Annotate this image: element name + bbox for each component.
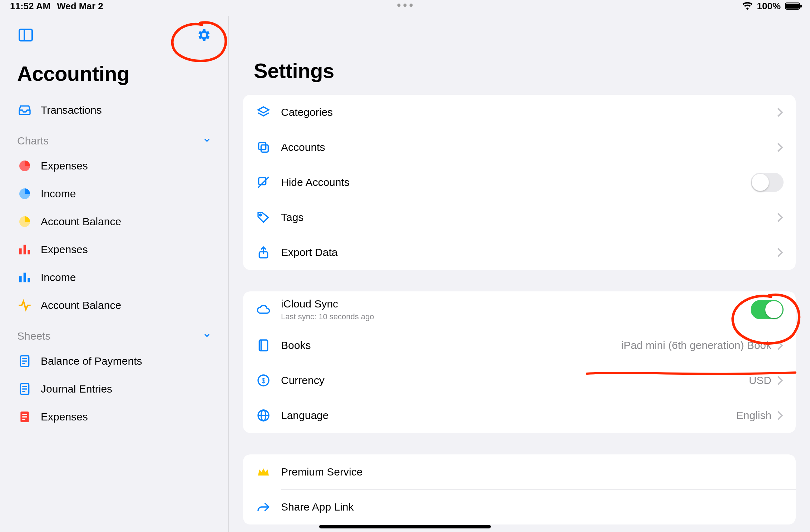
sidebar-item-label: Balance of Payments (41, 355, 142, 367)
settings-row-hide-accounts[interactable]: Hide Accounts (243, 165, 796, 200)
battery-icon (785, 3, 800, 10)
sidebar-item-bar-expenses[interactable]: Expenses (0, 236, 228, 263)
sidebar-title: Accounting (0, 47, 228, 96)
row-label: Export Data (281, 246, 776, 258)
settings-row-categories[interactable]: Categories (243, 95, 796, 130)
document-icon (17, 381, 32, 396)
chevron-right-icon (776, 107, 796, 117)
svg-point-28 (260, 214, 261, 216)
sidebar-item-label: Transactions (41, 104, 102, 116)
book-icon (255, 337, 272, 354)
svg-rect-7 (28, 250, 30, 255)
copy-icon (255, 139, 272, 156)
chevron-right-icon (776, 375, 796, 385)
main-pane: Settings Categories Accounts Hide Accoun… (229, 16, 810, 532)
multitasking-dots[interactable] (397, 4, 413, 7)
sidebar-toggle-icon[interactable] (17, 26, 34, 45)
svg-rect-6 (24, 245, 26, 255)
sidebar-item-label: Account Balance (41, 299, 121, 311)
bar-chart-icon (17, 270, 32, 285)
sidebar-item-sheet-expenses[interactable]: Expenses (0, 403, 228, 431)
tag-icon (255, 209, 272, 226)
row-sublabel: Last sync: 10 seconds ago (281, 312, 374, 321)
row-label: Tags (281, 211, 776, 223)
svg-rect-22 (22, 419, 25, 420)
svg-rect-20 (22, 414, 27, 415)
settings-group-general: Categories Accounts Hide Accounts Tags (243, 95, 796, 270)
settings-row-books[interactable]: Books iPad mini (6th generation) Book (243, 328, 796, 363)
chevron-right-icon (776, 247, 796, 257)
settings-group-premium: Premium Service Share App Link (243, 454, 796, 524)
page-title: Settings (229, 30, 810, 95)
svg-rect-10 (28, 278, 30, 282)
crown-icon (255, 464, 272, 480)
status-time: 11:52 AM (10, 1, 50, 12)
settings-row-export-data[interactable]: Export Data (243, 235, 796, 270)
row-label: Accounts (281, 141, 776, 153)
sidebar-item-label: Expenses (41, 243, 88, 256)
chevron-right-icon (776, 142, 796, 152)
wifi-icon (742, 1, 753, 11)
settings-row-premium-service[interactable]: Premium Service (243, 454, 796, 489)
chevron-right-icon (776, 340, 796, 350)
svg-rect-5 (19, 248, 22, 255)
svg-marker-23 (258, 107, 269, 113)
sidebar-item-transactions[interactable]: Transactions (0, 96, 228, 124)
svg-rect-21 (22, 416, 27, 417)
layers-icon (255, 104, 272, 120)
row-label: Hide Accounts (281, 176, 751, 188)
row-value: English (736, 409, 771, 422)
icloud-sync-toggle[interactable] (751, 300, 784, 319)
settings-row-share-app-link[interactable]: Share App Link (243, 489, 796, 524)
sidebar-item-sheet-journal-entries[interactable]: Journal Entries (0, 375, 228, 403)
row-label: iCloud Sync (281, 298, 374, 310)
row-value: iPad mini (6th generation) Book (621, 339, 771, 351)
row-label: Share App Link (281, 501, 796, 513)
sidebar-item-label: Expenses (41, 411, 88, 423)
chevron-right-icon (776, 212, 796, 222)
row-label: Categories (281, 106, 776, 118)
status-bar: 11:52 AM Wed Mar 2 100% (0, 0, 810, 12)
svg-rect-8 (19, 276, 22, 282)
bar-chart-icon (17, 242, 32, 257)
sidebar-item-bar-income[interactable]: Income (0, 263, 228, 291)
sidebar-item-line-account-balance[interactable]: Account Balance (0, 291, 228, 319)
sidebar-item-label: Journal Entries (41, 383, 112, 395)
row-label: Currency (281, 374, 749, 386)
chevron-down-icon (203, 330, 211, 342)
sidebar-item-label: Expenses (41, 160, 88, 172)
sidebar-item-chart-account-balance[interactable]: Account Balance (0, 208, 228, 236)
status-date: Wed Mar 2 (57, 1, 103, 12)
sidebar-item-sheet-balance-of-payments[interactable]: Balance of Payments (0, 347, 228, 375)
row-value: USD (749, 374, 771, 386)
sidebar: Accounting Transactions Charts Expenses (0, 16, 229, 532)
svg-rect-24 (261, 145, 268, 152)
hide-accounts-toggle[interactable] (751, 173, 784, 192)
sidebar-section-sheets[interactable]: Sheets (0, 319, 228, 347)
document-icon (17, 354, 32, 369)
globe-icon (255, 407, 272, 424)
sidebar-section-charts[interactable]: Charts (0, 124, 228, 152)
hide-icon (255, 174, 272, 191)
pie-chart-icon (17, 186, 32, 201)
settings-group-sync: iCloud Sync Last sync: 10 seconds ago Bo… (243, 291, 796, 433)
home-indicator[interactable] (319, 525, 491, 528)
share-icon (255, 244, 272, 261)
settings-row-currency[interactable]: $ Currency USD (243, 363, 796, 398)
sidebar-item-chart-expenses[interactable]: Expenses (0, 152, 228, 180)
settings-row-tags[interactable]: Tags (243, 200, 796, 235)
sidebar-item-chart-income[interactable]: Income (0, 180, 228, 208)
svg-rect-0 (19, 29, 32, 41)
row-label: Books (281, 339, 621, 351)
svg-rect-25 (259, 143, 266, 150)
pie-chart-icon (17, 214, 32, 229)
settings-row-language[interactable]: Language English (243, 398, 796, 433)
inbox-icon (17, 103, 32, 118)
sidebar-item-label: Income (41, 271, 76, 284)
svg-text:$: $ (262, 377, 265, 384)
chevron-down-icon (203, 135, 211, 147)
settings-button[interactable] (196, 27, 211, 44)
settings-row-accounts[interactable]: Accounts (243, 130, 796, 165)
settings-row-icloud-sync[interactable]: iCloud Sync Last sync: 10 seconds ago (243, 291, 796, 328)
pie-chart-icon (17, 158, 32, 173)
